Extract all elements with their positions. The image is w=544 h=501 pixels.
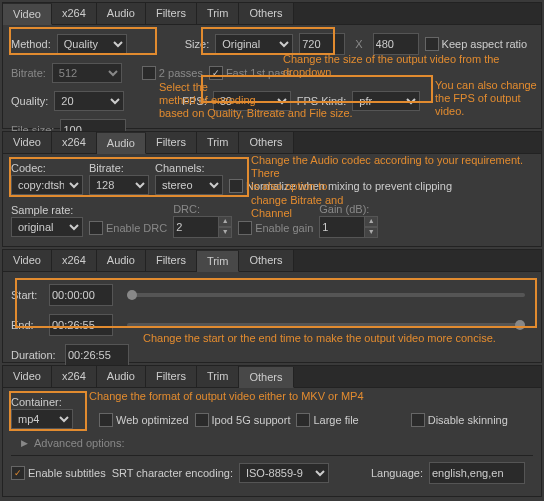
twopass-label: 2 passes (159, 67, 203, 79)
drc-label: DRC: (173, 203, 232, 215)
largefile-label: Large file (313, 414, 358, 426)
codec-select[interactable]: copy:dtshd (11, 175, 83, 195)
tab-audio[interactable]: Audio (97, 250, 146, 271)
fast1st-label: Fast 1st pass (226, 67, 291, 79)
duration-label: Duration: (11, 349, 59, 361)
method-select[interactable]: Quality (57, 34, 127, 54)
fpskind-select[interactable]: pfr (352, 91, 420, 111)
container-select[interactable]: mp4 (11, 409, 73, 429)
tab-video[interactable]: Video (3, 4, 52, 25)
tab-trim[interactable]: Trim (197, 366, 240, 387)
lang-label: Language: (371, 467, 423, 479)
enablesub-checkbox[interactable]: ✓ (11, 466, 25, 480)
end-slider[interactable] (127, 323, 525, 327)
largefile-checkbox[interactable] (296, 413, 310, 427)
enablesub-label: Enable subtitles (28, 467, 106, 479)
method-label: Method: (11, 38, 51, 50)
srt-label: SRT character encoding: (112, 467, 233, 479)
disableskin-label: Disable skinning (428, 414, 508, 426)
normalize-checkbox[interactable] (229, 179, 243, 193)
chevron-right-icon[interactable]: ▶ (21, 438, 28, 448)
quality-label: Quality: (11, 95, 48, 107)
srt-select[interactable]: ISO-8859-9 (239, 463, 329, 483)
tab-others[interactable]: Others (239, 132, 293, 153)
channels-select[interactable]: stereo (155, 175, 223, 195)
start-label: Start: (11, 289, 43, 301)
tab-filters[interactable]: Filters (146, 3, 197, 24)
size-x: X (351, 38, 366, 50)
end-input[interactable] (49, 314, 113, 336)
tab-trim[interactable]: Trim (197, 132, 240, 153)
keep-aspect-checkbox[interactable] (425, 37, 439, 51)
tab-trim[interactable]: Trim (197, 3, 240, 24)
abitrate-select[interactable]: 128 (89, 175, 149, 195)
bitrate-select[interactable]: 512 (52, 63, 122, 83)
tab-audio[interactable]: Audio (97, 3, 146, 24)
enablegain-label: Enable gain (255, 222, 313, 234)
start-slider[interactable] (127, 293, 525, 297)
enablegain-checkbox[interactable] (238, 221, 252, 235)
start-input[interactable] (49, 284, 113, 306)
channels-label: Channels: (155, 162, 223, 174)
abitrate-label: Bitrate: (89, 162, 149, 174)
tab-others[interactable]: Others (239, 3, 293, 24)
tab-audio[interactable]: Audio (97, 366, 146, 387)
tab-x264[interactable]: x264 (52, 250, 97, 271)
tab-trim[interactable]: Trim (197, 251, 240, 272)
size-label: Size: (185, 38, 209, 50)
drc-input[interactable] (173, 216, 219, 238)
tab-video[interactable]: Video (3, 366, 52, 387)
height-input[interactable] (373, 33, 419, 55)
samplerate-label: Sample rate: (11, 204, 83, 216)
tab-x264[interactable]: x264 (52, 3, 97, 24)
gain-input[interactable] (319, 216, 365, 238)
tab-filters[interactable]: Filters (146, 132, 197, 153)
fast1st-checkbox[interactable]: ✓ (209, 66, 223, 80)
gain-label: Gain (dB): (319, 203, 378, 215)
tabs-video-panel: Video x264 Audio Filters Trim Others (3, 3, 541, 25)
enabledrc-checkbox[interactable] (89, 221, 103, 235)
fps-label: FPS: (182, 95, 206, 107)
lang-input[interactable] (429, 462, 525, 484)
tab-video[interactable]: Video (3, 250, 52, 271)
fpskind-label: FPS Kind: (297, 95, 347, 107)
gain-down[interactable]: ▼ (364, 227, 378, 238)
enabledrc-label: Enable DRC (106, 222, 167, 234)
tab-x264[interactable]: x264 (52, 132, 97, 153)
size-select[interactable]: Original (215, 34, 293, 54)
drc-up[interactable]: ▲ (218, 216, 232, 227)
gain-up[interactable]: ▲ (364, 216, 378, 227)
tab-filters[interactable]: Filters (146, 366, 197, 387)
duration-input[interactable] (65, 344, 129, 366)
end-label: End: (11, 319, 43, 331)
twopass-checkbox[interactable] (142, 66, 156, 80)
codec-label: Codec: (11, 162, 83, 174)
drc-down[interactable]: ▼ (218, 227, 232, 238)
fps-select[interactable]: 30 (213, 91, 291, 111)
disableskin-checkbox[interactable] (411, 413, 425, 427)
ipod-checkbox[interactable] (195, 413, 209, 427)
samplerate-select[interactable]: original (11, 217, 83, 237)
tab-video[interactable]: Video (3, 132, 52, 153)
ipod-label: Ipod 5G support (212, 414, 291, 426)
container-label: Container: (11, 396, 73, 408)
tab-audio[interactable]: Audio (97, 133, 146, 154)
tab-others[interactable]: Others (239, 250, 293, 271)
quality-select[interactable]: 20 (54, 91, 124, 111)
normalize-label: Normalize when mixing to prevent clippin… (246, 180, 452, 192)
bitrate-label: Bitrate: (11, 67, 46, 79)
tab-others[interactable]: Others (239, 367, 293, 388)
advopt-label: Advanced options: (34, 437, 125, 449)
webopt-label: Web optimized (116, 414, 189, 426)
width-input[interactable] (299, 33, 345, 55)
webopt-checkbox[interactable] (99, 413, 113, 427)
tab-x264[interactable]: x264 (52, 366, 97, 387)
tab-filters[interactable]: Filters (146, 250, 197, 271)
keep-aspect-label: Keep aspect ratio (442, 38, 528, 50)
